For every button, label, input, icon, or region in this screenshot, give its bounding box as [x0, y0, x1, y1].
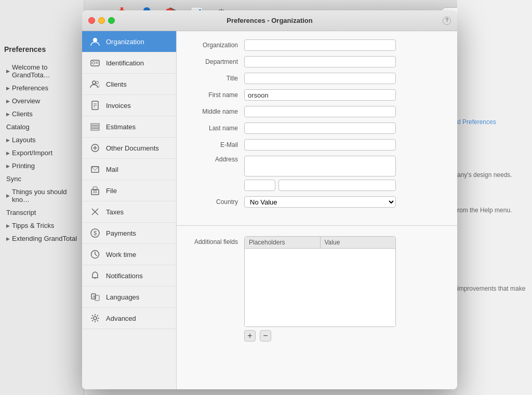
additional-fields-section: Additional fields Placeholders Value + −: [177, 230, 457, 350]
nav-item-notifications[interactable]: Notifications: [82, 265, 176, 287]
right-panel: [457, 0, 532, 395]
nav-label-other-documents: Other Documents: [106, 144, 159, 152]
nav-item-estimates[interactable]: Estimates: [82, 116, 176, 138]
maximize-button[interactable]: [108, 17, 115, 24]
organization-form: Organization Department Title First name: [177, 31, 457, 389]
nav-item-identification[interactable]: Identification: [82, 52, 176, 74]
sidebar-item-welcome[interactable]: ▶Welcome to GrandTota…: [0, 61, 84, 81]
email-field-label: E-Mail: [187, 141, 244, 148]
minimize-button[interactable]: [98, 17, 105, 24]
department-row: Department: [187, 56, 447, 67]
svg-marker-17: [91, 167, 99, 170]
nav-item-other-documents[interactable]: Other Documents: [82, 138, 176, 159]
svg-point-6: [96, 81, 99, 84]
middlename-row: Middle name: [187, 106, 447, 117]
add-row-button[interactable]: +: [244, 330, 256, 342]
svg-rect-12: [91, 126, 99, 128]
remove-row-button[interactable]: −: [260, 330, 271, 342]
nav-item-work-time[interactable]: Work time: [82, 244, 176, 265]
svg-text:$: $: [94, 230, 97, 236]
postal-input[interactable]: [244, 180, 275, 191]
sidebar-item-extending[interactable]: ▶Extending GrandTotal: [0, 232, 84, 245]
department-input[interactable]: [244, 56, 396, 67]
address-textarea[interactable]: [244, 156, 396, 176]
sidebar-item-export[interactable]: ▶Export/Import: [0, 146, 84, 159]
title-field-label: Title: [187, 75, 244, 82]
nav-item-payments[interactable]: $ Payments: [82, 223, 176, 244]
sidebar-item-layouts[interactable]: ▶Layouts: [0, 133, 84, 146]
nav-label-clients: Clients: [106, 80, 127, 88]
svg-point-34: [94, 317, 97, 320]
nav-label-organization: Organization: [106, 38, 144, 46]
city-input[interactable]: [278, 180, 396, 191]
form-section-main: Organization Department Title First name: [177, 31, 457, 221]
organization-icon: [89, 36, 101, 47]
nav-item-clients[interactable]: Clients: [82, 74, 176, 95]
identification-icon: [89, 57, 101, 69]
preferences-modal: Preferences - Organization ? Organizatio…: [82, 10, 457, 389]
table-col-value: Value: [321, 237, 396, 248]
additional-table-body: [245, 249, 395, 326]
svg-rect-13: [91, 129, 99, 130]
country-select[interactable]: No Value: [244, 196, 396, 208]
additional-table: Placeholders Value: [244, 236, 396, 327]
invoices-icon: [89, 100, 101, 111]
lastname-input[interactable]: [244, 122, 396, 134]
additional-table-footer: + −: [244, 330, 396, 342]
sidebar-item-things[interactable]: ▶Things you should kno…: [0, 185, 84, 206]
modal-sidebar: Organization Identification: [82, 31, 177, 389]
nav-item-mail[interactable]: Mail: [82, 159, 176, 180]
nav-item-file[interactable]: File: [82, 180, 176, 201]
additional-table-header: Placeholders Value: [245, 237, 395, 249]
organization-field-label: Organization: [187, 42, 244, 49]
nav-item-advanced[interactable]: Advanced: [82, 308, 176, 329]
sidebar-item-catalog[interactable]: Catalog: [0, 120, 84, 133]
nav-label-mail: Mail: [106, 166, 118, 173]
sidebar-item-transcript[interactable]: Transcript: [0, 206, 84, 219]
middlename-input[interactable]: [244, 106, 396, 117]
nav-item-invoices[interactable]: Invoices: [82, 95, 176, 116]
title-bar-buttons: [88, 17, 115, 24]
additional-fields-row: Additional fields Placeholders Value + −: [187, 236, 447, 342]
svg-point-0: [93, 38, 97, 42]
sidebar-item-printing[interactable]: ▶Printing: [0, 159, 84, 172]
sidebar-item-sync[interactable]: Sync: [0, 172, 84, 185]
email-row: E-Mail: [187, 139, 447, 151]
notifications-icon: [89, 270, 101, 281]
sidebar-item-overview[interactable]: ▶Overview: [0, 94, 84, 107]
help-button[interactable]: ?: [443, 17, 451, 25]
payments-icon: $: [89, 227, 101, 239]
file-icon: [89, 185, 101, 196]
sidebar-item-tipps[interactable]: ▶Tipps & Tricks: [0, 219, 84, 232]
window-title: Preferences - Organization: [227, 17, 312, 24]
advanced-icon: [89, 312, 101, 324]
nav-label-invoices: Invoices: [106, 102, 131, 110]
right-panel-text2: rom the Help menu.: [457, 207, 530, 214]
additional-fields-label: Additional fields: [187, 236, 244, 246]
lastname-field-label: Last name: [187, 125, 244, 132]
address-field-label: Address: [187, 156, 244, 163]
nav-label-work-time: Work time: [106, 251, 136, 258]
close-button[interactable]: [88, 17, 95, 24]
country-field-label: Country: [187, 198, 244, 206]
sidebar-title: Preferences: [4, 45, 46, 53]
title-input[interactable]: [244, 73, 396, 84]
mail-icon: [89, 164, 101, 175]
nav-item-languages[interactable]: A Languages: [82, 287, 176, 308]
preferences-link[interactable]: d Preferences: [457, 118, 496, 126]
title-row: Title: [187, 73, 447, 84]
nav-item-taxes[interactable]: Taxes: [82, 201, 176, 223]
email-input[interactable]: [244, 139, 396, 151]
address-postal-city-row: [244, 180, 396, 191]
firstname-input[interactable]: [244, 89, 396, 101]
nav-item-organization[interactable]: Organization: [82, 31, 176, 52]
sidebar-item-clients[interactable]: ▶Clients: [0, 107, 84, 120]
svg-rect-11: [91, 124, 99, 125]
clients-icon: [89, 78, 101, 90]
table-col-placeholders: Placeholders: [245, 237, 321, 248]
sidebar-item-preferences[interactable]: ▶Preferences: [0, 81, 84, 94]
nav-label-languages: Languages: [106, 293, 139, 301]
organization-input[interactable]: [244, 39, 396, 51]
address-row: Address: [187, 156, 447, 191]
right-panel-text1: any's design needs.: [457, 171, 530, 179]
